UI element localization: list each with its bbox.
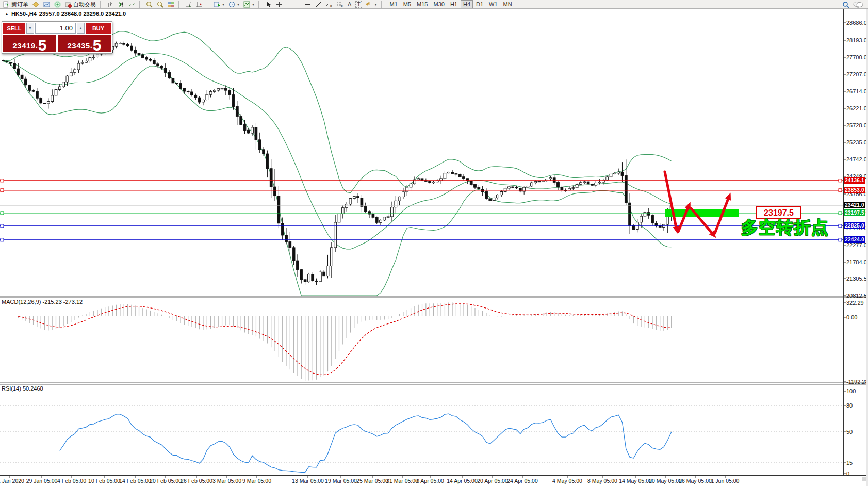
template-button[interactable]: ▾ xyxy=(242,1,256,8)
indicator-diamond-icon xyxy=(32,1,39,8)
price-level-badge: 24136.1 xyxy=(844,177,865,184)
candle-body xyxy=(81,62,84,63)
chart-canvas[interactable] xyxy=(0,0,868,486)
rsi-label: RSI(14) 50.2468 xyxy=(2,385,43,392)
candle-body xyxy=(51,95,54,102)
level-marker[interactable] xyxy=(839,238,842,241)
candle-body xyxy=(289,242,291,248)
dropdown-arrow-icon: ▾ xyxy=(252,2,254,7)
timeframe-button-m1[interactable]: M1 xyxy=(387,0,400,8)
level-marker[interactable] xyxy=(1,179,4,182)
timeframe-button-m15[interactable]: M15 xyxy=(414,0,430,8)
fibonacci-icon: F xyxy=(337,1,343,8)
new-order-button[interactable]: 新订单 xyxy=(2,1,30,8)
price-level-badge: 23197.5 xyxy=(844,209,865,216)
new-order-label: 新订单 xyxy=(11,1,28,8)
level-marker[interactable] xyxy=(839,224,842,228)
one-click-trade-panel: SELL ▼ 1.00 ▲ BUY 23419 . 5 23435 . 5 xyxy=(2,21,112,54)
volume-increase-button[interactable]: ▲ xyxy=(77,23,85,34)
candle-body xyxy=(270,169,272,187)
text-tool-button[interactable]: A xyxy=(346,1,353,8)
price-level-badge: 23853.0 xyxy=(844,187,865,193)
timeframe-button-h4[interactable]: H4 xyxy=(461,0,473,8)
candle-body xyxy=(591,184,594,185)
signals-button[interactable] xyxy=(53,1,62,8)
level-marker[interactable] xyxy=(1,224,4,228)
auto-scroll-button[interactable] xyxy=(184,1,193,8)
candle-body xyxy=(228,90,231,95)
candle-body xyxy=(277,196,280,223)
collapse-trade-panel-icon[interactable]: ▲ xyxy=(5,12,9,17)
level-marker[interactable] xyxy=(1,189,4,192)
horizontal-line-tool-button[interactable] xyxy=(303,1,313,8)
timeframe-button-h1[interactable]: H1 xyxy=(448,0,460,8)
ohlc-values: 23557.0 23648.0 23296.0 23421.0 xyxy=(39,11,126,17)
toolbar-separator xyxy=(207,1,209,8)
bar-chart-mode-button[interactable] xyxy=(105,1,115,8)
sell-price-display[interactable]: 23419 . 5 xyxy=(3,35,56,52)
candle-body xyxy=(292,248,295,261)
time-axis-label: 14 May 05:00 xyxy=(619,478,652,484)
candle-body xyxy=(606,177,609,180)
candle-body xyxy=(209,91,212,94)
price-axis-label: 27207.0 xyxy=(846,72,867,77)
dropdown-arrow-icon: ▾ xyxy=(222,2,224,7)
candle-body xyxy=(92,57,95,57)
text-label-tool-button[interactable]: T xyxy=(354,1,363,8)
timeframe-button-m5[interactable]: M5 xyxy=(401,0,414,8)
buy-price-dot: . xyxy=(90,41,92,50)
cursor-tool-button[interactable] xyxy=(264,1,273,8)
zoom-in-button[interactable] xyxy=(144,1,154,8)
timeframe-button-d1[interactable]: D1 xyxy=(473,0,486,8)
bollinger-bands-layer xyxy=(3,31,672,296)
trendline-tool-button[interactable] xyxy=(314,1,323,8)
period-button[interactable]: ▾ xyxy=(227,1,241,8)
support-zone-rect[interactable] xyxy=(665,209,739,218)
add-indicator-button[interactable]: ▾ xyxy=(212,1,226,8)
vertical-line-tool-button[interactable] xyxy=(292,1,302,8)
level-marker[interactable] xyxy=(1,238,4,241)
candle-body xyxy=(168,72,171,78)
channel-tool-button[interactable]: E xyxy=(324,1,334,8)
macd-layer xyxy=(18,302,671,381)
level-marker[interactable] xyxy=(839,212,842,215)
macd-axis-label: -1192.28 xyxy=(846,379,868,385)
zoom-out-icon xyxy=(157,1,163,8)
arrows-tool-button[interactable]: ▾ xyxy=(365,1,379,8)
chat-icon[interactable] xyxy=(853,1,863,8)
candle-body xyxy=(138,53,140,55)
turning-point-annotation: 多空转折点 xyxy=(741,216,829,239)
indicators-button[interactable] xyxy=(31,1,41,8)
timeframe-button-mn[interactable]: MN xyxy=(501,0,515,8)
timeframe-button-m30[interactable]: M30 xyxy=(431,0,447,8)
zoom-out-button[interactable] xyxy=(155,1,165,8)
candlestick-mode-button[interactable] xyxy=(116,1,126,8)
level-marker[interactable] xyxy=(1,212,4,215)
candle-body xyxy=(115,43,118,46)
buy-button[interactable]: BUY xyxy=(86,23,111,34)
macd-label: MACD(12,26,9) -215.23 -273.12 xyxy=(2,299,83,305)
candle-body xyxy=(183,89,186,91)
candle-body xyxy=(432,182,435,183)
candle-body xyxy=(36,91,39,98)
buy-price-display[interactable]: 23435 . 5 xyxy=(58,35,111,52)
bollinger-middle-band xyxy=(3,54,672,250)
volume-input[interactable]: 1.00 xyxy=(35,23,76,34)
sell-button[interactable]: SELL xyxy=(3,23,25,34)
candle-body xyxy=(304,280,306,282)
timeframe-button-w1[interactable]: W1 xyxy=(486,0,500,8)
line-chart-mode-button[interactable] xyxy=(127,1,137,8)
candle-body xyxy=(43,103,46,104)
crosshair-tool-button[interactable] xyxy=(274,1,284,8)
auto-trading-button[interactable]: 自动交易 xyxy=(63,1,97,8)
level-marker[interactable] xyxy=(839,189,842,192)
volume-decrease-button[interactable]: ▼ xyxy=(26,23,34,34)
search-icon[interactable] xyxy=(842,1,849,8)
candle-body xyxy=(145,58,148,59)
chart-shift-button[interactable] xyxy=(194,1,204,8)
fibonacci-tool-button[interactable]: F xyxy=(335,1,345,8)
level-marker[interactable] xyxy=(839,179,842,182)
bar-chart-icon xyxy=(107,1,113,8)
tile-windows-button[interactable] xyxy=(166,1,176,8)
market-watch-button[interactable] xyxy=(42,1,52,8)
